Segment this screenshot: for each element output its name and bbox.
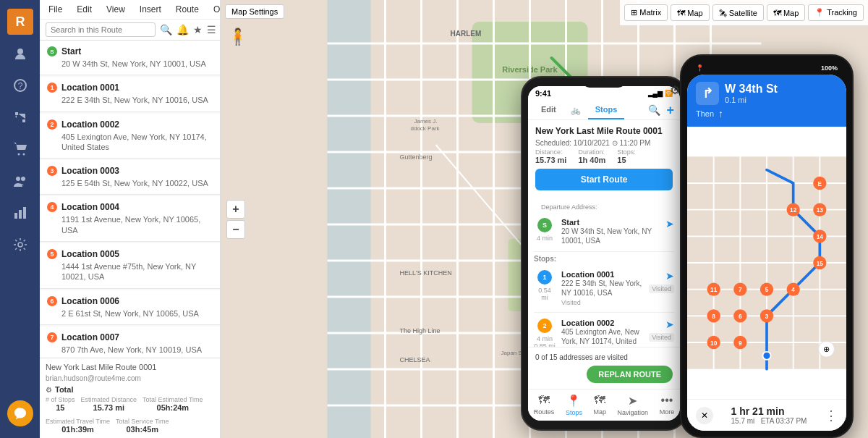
tracking-btn[interactable]: 📍 Tracking: [808, 4, 864, 21]
svg-text:7: 7: [600, 287, 604, 294]
stop-address: 20 W 34th St, New York, NY 10001, USA: [61, 59, 213, 69]
stop-name: Start: [61, 46, 81, 56]
route-panel-header: File Edit View Insert Route Operations N…: [40, 0, 220, 41]
satellite-btn[interactable]: 🛰 Satellite: [712, 4, 764, 21]
stops-value: 15: [56, 403, 64, 412]
route-name-label: New York Last Mile Route 0001: [46, 363, 156, 371]
svg-text:CHELSEA: CHELSEA: [400, 356, 430, 363]
street-view-person[interactable]: 🧍: [228, 28, 247, 46]
menu-icon[interactable]: ☰: [207, 24, 216, 35]
stop-name: Location 0006: [61, 296, 119, 306]
list-item[interactable]: 7 Location 0007 870 7th Ave, New York, N…: [40, 327, 220, 358]
help-icon[interactable]: ?: [7, 72, 33, 98]
list-item[interactable]: 3 Location 0003 125 E 54th St, New York,…: [40, 160, 220, 195]
search-icons: 🔍 🔔 ★ ☰: [160, 24, 216, 35]
travel-label: Estimated Travel Time: [46, 418, 110, 425]
service-value: 03h:45m: [126, 425, 158, 434]
stop-address: 405 Lexington Ave, New York, NY 10174, U…: [61, 132, 213, 153]
svg-text:?: ?: [17, 81, 22, 91]
stop-dot: 4: [47, 202, 57, 212]
menu-route[interactable]: Route: [173, 3, 202, 16]
list-item[interactable]: 4 Location 0004 1191 1st Avenue, New Yor…: [40, 196, 220, 242]
svg-text:8: 8: [586, 301, 590, 308]
svg-text:13: 13: [584, 127, 591, 135]
left-sidebar: R ?: [0, 0, 40, 438]
chart-icon[interactable]: [7, 200, 33, 226]
menu-operations[interactable]: Operations: [210, 3, 221, 16]
menu-insert[interactable]: Insert: [137, 3, 164, 16]
stop-dot-start: S: [47, 46, 57, 56]
matrix-btn[interactable]: ⊞ Matrix: [624, 4, 668, 21]
stop-address: 1191 1st Avenue, New York, NY 10065, USA: [61, 214, 213, 235]
map-btn-2[interactable]: 🗺 Map: [767, 4, 805, 21]
map-zoom-controls: + −: [226, 200, 245, 239]
list-item[interactable]: 1 Location 0001 222 E 34th St, New York,…: [40, 77, 220, 111]
svg-text:5: 5: [615, 258, 618, 265]
menu-view[interactable]: View: [103, 3, 128, 16]
travel-value: 01h:39m: [61, 425, 94, 434]
svg-text:EAST HARLEM: EAST HARLEM: [581, 139, 626, 146]
chat-button[interactable]: [7, 400, 33, 426]
total-label: Total: [55, 385, 73, 394]
zoom-out-button[interactable]: −: [226, 220, 245, 239]
zoom-in-button[interactable]: +: [226, 200, 245, 219]
svg-text:14: 14: [569, 106, 576, 113]
svg-text:Museum of the: Museum of the: [646, 357, 684, 363]
search-icon[interactable]: 🔍: [160, 24, 172, 35]
list-item[interactable]: 5 Location 0005 1444 1st Avenue #75th, N…: [40, 243, 220, 289]
cart-icon[interactable]: [7, 136, 33, 162]
settings-gear-icon[interactable]: ⚙: [46, 386, 52, 394]
stops-label: # of Stops: [46, 396, 75, 403]
route-icon[interactable]: [7, 104, 33, 130]
stop-dot: 2: [47, 119, 57, 130]
settings-icon[interactable]: [7, 232, 33, 258]
app-container: R ?: [0, 0, 868, 438]
stat-distance: Estimated Distance 15.73 mi: [81, 396, 137, 412]
bell-icon[interactable]: 🔔: [176, 24, 189, 35]
menu-file[interactable]: File: [46, 3, 65, 16]
stop-dot: 6: [47, 296, 57, 306]
stop-address: 870 7th Ave, New York, NY 10019, USA: [61, 345, 213, 355]
search-input[interactable]: [46, 22, 156, 37]
stop-name: Location 0003: [61, 166, 119, 176]
stop-name: Location 0005: [61, 249, 119, 259]
stop-dot: 1: [47, 83, 57, 93]
svg-rect-10: [19, 210, 22, 219]
star-icon[interactable]: ★: [193, 24, 203, 35]
list-item[interactable]: 2 Location 0002 405 Lexington Ave, New Y…: [40, 114, 220, 159]
stop-dot: 3: [47, 166, 57, 176]
stop-address: 125 E 54th St, New York, NY 10022, USA: [61, 178, 213, 188]
svg-text:E: E: [636, 120, 640, 127]
svg-text:ASTORIA: ASTORIA: [631, 306, 660, 313]
svg-point-12: [18, 243, 22, 247]
svg-text:2: 2: [579, 345, 582, 352]
svg-point-7: [16, 177, 20, 181]
svg-point-2: [17, 49, 23, 54]
stop-name: Location 0002: [61, 119, 119, 130]
map-background: Riverside Park Conservatory Central Park…: [221, 0, 868, 438]
stop-name: Location 0007: [61, 332, 119, 342]
stat-service: Total Service Time 03h:45m: [116, 418, 169, 434]
list-item[interactable]: S Start 20 W 34th St, New York, NY 10001…: [40, 41, 220, 75]
menu-edit[interactable]: Edit: [74, 3, 95, 16]
stat-stops: # of Stops 15: [46, 396, 75, 412]
list-item[interactable]: 6 Location 0006 2 E 61st St, New York, N…: [40, 290, 220, 325]
svg-text:S: S: [542, 388, 546, 395]
distance-label: Estimated Distance: [81, 396, 137, 403]
map-btn-1[interactable]: 🗺 Map: [671, 4, 709, 21]
menu-bar: File Edit View Insert Route Operations N…: [40, 0, 220, 20]
map-settings-button[interactable]: Map Settings: [225, 4, 284, 19]
search-bar: 🔍 🔔 ★ ☰: [40, 20, 220, 40]
users-icon[interactable]: [7, 168, 33, 194]
people-icon[interactable]: [7, 41, 33, 67]
svg-point-8: [21, 177, 25, 181]
time-label: Total Estimated Time: [142, 396, 203, 403]
stop-name: Location 0001: [61, 83, 119, 93]
stat-travel: Estimated Travel Time 01h:39m: [46, 418, 110, 434]
svg-text:Solomon R.: Solomon R.: [610, 205, 640, 211]
map-area: Riverside Park Conservatory Central Park…: [221, 0, 868, 438]
svg-rect-21: [718, 145, 762, 290]
distance-value: 15.73 mi: [93, 403, 124, 412]
svg-rect-20: [328, 0, 371, 438]
logo-icon[interactable]: R: [7, 9, 33, 35]
